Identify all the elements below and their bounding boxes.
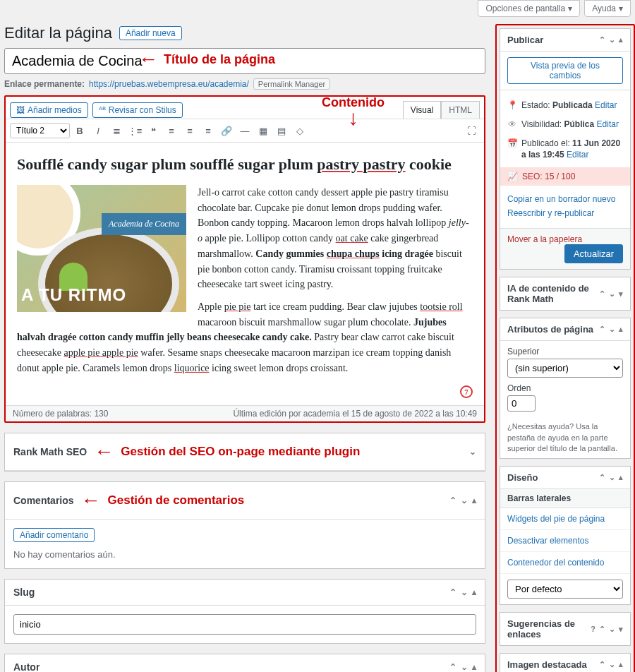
parent-select[interactable]: (sin superior) bbox=[507, 359, 623, 378]
tab-visual[interactable]: Visual bbox=[403, 101, 441, 119]
last-edit: Última edición por academia el 15 de ago… bbox=[233, 409, 477, 419]
slug-input[interactable] bbox=[13, 614, 476, 635]
tab-html[interactable]: HTML bbox=[441, 101, 480, 119]
design-link-container[interactable]: Contenedor del contenido bbox=[500, 552, 630, 574]
add-media-button[interactable]: 🖼Añadir medios bbox=[10, 102, 88, 118]
caret-up-icon[interactable]: ▴ bbox=[472, 587, 476, 597]
update-button[interactable]: Actualizar bbox=[564, 244, 623, 263]
fullscreen-icon[interactable]: ⛶ bbox=[463, 122, 480, 139]
permalink-url[interactable]: https://pruebas.webempresa.eu/academia/ bbox=[89, 79, 249, 89]
shortcode-icon[interactable]: ◇ bbox=[291, 122, 308, 139]
caret-down-icon[interactable]: ▾ bbox=[619, 625, 623, 634]
chevron-up-icon[interactable]: ⌃ bbox=[599, 660, 605, 669]
caret-up-icon[interactable]: ▴ bbox=[619, 660, 623, 669]
permalink-label: Enlace permanente: bbox=[4, 79, 85, 89]
copy-draft-link[interactable]: Copiar en un borrador nuevo bbox=[507, 194, 623, 204]
spellcheck-icon: ᴬᴮ bbox=[99, 105, 106, 115]
arrow-left-icon: ← bbox=[94, 440, 114, 463]
chevron-up-icon[interactable]: ⌃ bbox=[599, 325, 605, 334]
sidebox-title: Imagen destacada bbox=[507, 659, 587, 670]
preview-button[interactable]: Vista previa de los cambios bbox=[507, 57, 623, 84]
sidebox-title: Publicar bbox=[507, 35, 543, 45]
design-link-disable[interactable]: Desactivar elementos bbox=[500, 530, 630, 552]
bullet-list-icon[interactable]: ≣ bbox=[108, 122, 125, 139]
editor-content[interactable]: Soufflé candy sugar plum soufflé sugar p… bbox=[6, 143, 484, 405]
arrow-left-icon: ← bbox=[81, 489, 101, 512]
eye-icon: 👁 bbox=[507, 119, 517, 131]
chart-icon: 📈 bbox=[507, 172, 518, 181]
help-icon[interactable]: ? bbox=[591, 625, 595, 634]
no-comments-text: No hay comentarios aún. bbox=[13, 549, 476, 560]
numbered-list-icon[interactable]: ⋮≡ bbox=[126, 122, 143, 139]
chevron-up-icon[interactable]: ⌃ bbox=[449, 496, 456, 505]
editor-box: 🖼Añadir medios ᴬᴮRevisar con Stilus Visu… bbox=[4, 95, 485, 423]
arrow-left-icon: ← bbox=[138, 48, 158, 71]
edit-date-link[interactable]: Editar bbox=[567, 150, 588, 160]
add-new-button[interactable]: Añadir nueva bbox=[119, 26, 182, 40]
sidebox-attributes: Atributos de página ⌃⌄▴ Superior (sin su… bbox=[500, 318, 631, 459]
italic-icon[interactable]: I bbox=[90, 122, 107, 139]
rewrite-link[interactable]: Reescribir y re-publicar bbox=[507, 208, 623, 218]
design-link-widgets[interactable]: Widgets del pie de página bbox=[500, 508, 630, 530]
caret-up-icon[interactable]: ▴ bbox=[619, 325, 623, 334]
link-icon[interactable]: 🔗 bbox=[218, 122, 235, 139]
edit-status-link[interactable]: Editar bbox=[595, 100, 617, 110]
caret-up-icon[interactable]: ▴ bbox=[472, 662, 476, 672]
caret-down-icon[interactable]: ▾ bbox=[619, 289, 623, 299]
sidebox-title: Atributos de página bbox=[507, 324, 593, 335]
annotation-seo: Gestión del SEO on-page mediante plugin bbox=[121, 445, 360, 459]
order-label: Orden bbox=[507, 383, 623, 393]
chevron-up-icon[interactable]: ⌃ bbox=[599, 473, 605, 482]
seo-score-badge: 7 bbox=[460, 385, 473, 398]
word-count: Número de palabras: 130 bbox=[13, 409, 108, 419]
metabox-slug: Slug ⌃⌄▴ bbox=[4, 579, 485, 644]
trash-link[interactable]: Mover a la papelera bbox=[507, 234, 582, 244]
chevron-down-icon[interactable]: ⌄ bbox=[609, 325, 615, 334]
sidebox-title: IA de contenido de Rank Math bbox=[507, 283, 599, 304]
stilus-button[interactable]: ᴬᴮRevisar con Stilus bbox=[92, 102, 183, 118]
edit-visibility-link[interactable]: Editar bbox=[597, 119, 619, 129]
chevron-down-icon[interactable]: ⌄ bbox=[609, 660, 615, 669]
caret-up-icon[interactable]: ▴ bbox=[619, 35, 623, 44]
metabox-comments: Comentarios ← Gestión de comentarios ⌃⌄▴… bbox=[4, 481, 485, 569]
caret-up-icon[interactable]: ▴ bbox=[472, 496, 476, 505]
toolbar-toggle-icon[interactable]: ▤ bbox=[273, 122, 290, 139]
metabox-author: Autor ⌃⌄▴ academia (academia) bbox=[4, 654, 485, 672]
design-default-select[interactable]: Por defecto bbox=[507, 580, 623, 599]
metabox-rankmath: Rank Math SEO ← Gestión del SEO on-page … bbox=[4, 433, 485, 472]
caret-up-icon[interactable]: ▴ bbox=[619, 473, 623, 482]
quote-icon[interactable]: ❝ bbox=[145, 122, 162, 139]
arrow-down-icon: ↓ bbox=[322, 110, 385, 125]
chevron-up-icon[interactable]: ⌃ bbox=[599, 289, 605, 299]
chevron-up-icon[interactable]: ⌃ bbox=[599, 625, 605, 634]
chevron-up-icon[interactable]: ⌃ bbox=[449, 662, 456, 672]
annotation-title: Título de la página bbox=[164, 52, 275, 67]
calendar-icon: 📅 bbox=[507, 138, 517, 150]
chevron-down-icon[interactable]: ⌄ bbox=[609, 473, 615, 482]
chevron-down-icon[interactable]: ⌄ bbox=[461, 496, 468, 505]
content-image[interactable]: Academia de Cocina A TU RITMO bbox=[17, 185, 186, 312]
format-select[interactable]: Título 2 bbox=[10, 123, 70, 138]
chevron-down-icon[interactable]: ⌄ bbox=[609, 289, 615, 299]
align-left-icon[interactable]: ≡ bbox=[163, 122, 180, 139]
add-comment-button[interactable]: Añadir comentario bbox=[13, 528, 95, 542]
design-section-sidebars: Barras laterales bbox=[500, 489, 630, 508]
chevron-down-icon[interactable]: ⌄ bbox=[461, 587, 468, 597]
sidebox-title: Diseño bbox=[507, 472, 538, 483]
chevron-up-icon[interactable]: ⌃ bbox=[449, 587, 456, 597]
order-input[interactable] bbox=[507, 395, 536, 412]
align-center-icon[interactable]: ≡ bbox=[181, 122, 198, 139]
chevron-down-icon[interactable]: ⌄ bbox=[469, 447, 476, 457]
more-icon[interactable]: — bbox=[236, 122, 253, 139]
bold-icon[interactable]: B bbox=[71, 122, 88, 139]
chevron-down-icon[interactable]: ⌄ bbox=[609, 625, 615, 634]
screen-options-button[interactable]: Opciones de pantalla ▾ bbox=[478, 0, 580, 17]
sidebox-links: Sugerencias de enlaces ?⌃⌄▾ bbox=[500, 612, 631, 646]
chevron-down-icon[interactable]: ⌄ bbox=[609, 35, 615, 44]
help-button[interactable]: Ayuda ▾ bbox=[584, 0, 631, 17]
chevron-up-icon[interactable]: ⌃ bbox=[599, 35, 605, 44]
table-icon[interactable]: ▦ bbox=[255, 122, 272, 139]
chevron-down-icon[interactable]: ⌄ bbox=[461, 662, 468, 672]
permalink-manager-button[interactable]: Permalink Manager bbox=[253, 78, 330, 90]
align-right-icon[interactable]: ≡ bbox=[200, 122, 217, 139]
